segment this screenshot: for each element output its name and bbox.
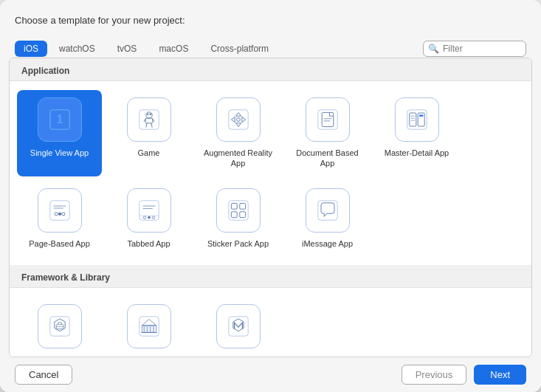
svg-rect-45 (239, 211, 245, 217)
page-based-label: Page-Based App (29, 238, 90, 249)
framework-section-header: Framework & Library (10, 265, 531, 288)
svg-rect-42 (231, 203, 237, 209)
svg-marker-13 (235, 123, 241, 127)
svg-line-6 (145, 123, 146, 128)
imessage-icon (306, 188, 350, 233)
template-cocoa-touch-framework[interactable]: Cocoa Touch Framework (17, 297, 102, 357)
template-augmented-reality-app[interactable]: Augmented Reality App (196, 90, 280, 176)
svg-rect-56 (152, 326, 154, 333)
content-area: Application 1 Single View App (9, 58, 532, 357)
svg-rect-2 (139, 110, 158, 129)
svg-line-7 (151, 123, 152, 128)
master-detail-label: Master-Detail App (385, 148, 449, 158)
dialog-title: Choose a template for your new project: (15, 15, 185, 26)
template-tabbed-app[interactable]: Tabbed App (106, 181, 191, 256)
svg-point-38 (152, 216, 155, 219)
svg-rect-28 (49, 200, 69, 219)
tab-ios[interactable]: iOS (15, 41, 47, 57)
svg-rect-55 (149, 326, 151, 333)
svg-rect-44 (231, 211, 237, 217)
svg-point-37 (148, 216, 151, 219)
sticker-pack-label: Sticker Pack App (207, 238, 269, 249)
svg-rect-43 (239, 203, 245, 209)
svg-point-36 (143, 216, 146, 219)
svg-point-30 (58, 212, 61, 215)
single-view-app-label: Single View App (30, 148, 89, 158)
template-master-detail-app[interactable]: Master-Detail App (374, 90, 459, 176)
application-section-header: Application (10, 58, 531, 81)
svg-rect-59 (228, 317, 247, 336)
svg-rect-22 (409, 113, 416, 126)
game-label: Game (138, 148, 160, 158)
template-metal-library[interactable]: Metal Library (196, 297, 280, 357)
dialog-footer: Cancel Previous Next (0, 357, 541, 392)
cocoa-touch-framework-icon (38, 304, 82, 348)
framework-templates-grid: Cocoa Touch Framework (10, 288, 531, 357)
single-view-app-icon: 1 (38, 97, 82, 142)
next-button[interactable]: Next (474, 365, 526, 385)
svg-rect-53 (143, 326, 145, 333)
dialog-header: Choose a template for your new project: (0, 0, 541, 34)
svg-marker-12 (235, 112, 241, 116)
template-game[interactable]: Game (106, 90, 191, 176)
document-based-label: Document Based App (291, 148, 364, 169)
tabbed-app-label: Tabbed App (127, 238, 170, 249)
svg-rect-18 (322, 112, 334, 126)
tabbed-app-icon (127, 188, 171, 233)
footer-right: Previous Next (402, 365, 526, 385)
cocoa-touch-static-library-icon (127, 304, 171, 348)
tab-macos[interactable]: macOS (148, 40, 199, 58)
template-imessage-app[interactable]: iMessage App (285, 181, 370, 256)
svg-text:1: 1 (56, 113, 63, 125)
svg-marker-57 (142, 319, 156, 325)
imessage-label: iMessage App (302, 238, 353, 249)
svg-marker-15 (241, 117, 245, 122)
tab-watchos[interactable]: watchOS (49, 40, 106, 58)
template-document-based-app[interactable]: Document Based App (285, 90, 370, 176)
application-templates-grid: 1 Single View App (10, 81, 531, 265)
template-cocoa-touch-static-library[interactable]: Cocoa Touch Static Library (106, 297, 191, 357)
tab-tvos[interactable]: tvOS (107, 40, 148, 58)
template-sticker-pack-app[interactable]: Sticker Pack App (196, 181, 280, 256)
svg-point-10 (149, 114, 151, 115)
cancel-button[interactable]: Cancel (15, 365, 72, 385)
svg-point-29 (55, 212, 58, 215)
game-icon (127, 97, 171, 142)
augmented-reality-icon (216, 97, 261, 142)
svg-rect-24 (419, 114, 423, 116)
svg-rect-54 (146, 326, 148, 333)
svg-point-9 (147, 114, 148, 115)
tab-cross-platform[interactable]: Cross-platform (200, 40, 279, 58)
svg-rect-8 (145, 118, 153, 123)
search-icon: 🔍 (428, 44, 439, 54)
page-based-icon (38, 188, 82, 233)
dialog: Choose a template for your new project: … (0, 0, 541, 392)
filter-wrap: 🔍 (423, 41, 526, 57)
document-based-icon (306, 97, 350, 142)
svg-marker-14 (231, 117, 235, 122)
sticker-pack-icon (216, 188, 261, 233)
svg-point-31 (61, 212, 64, 215)
svg-point-3 (145, 112, 151, 118)
svg-rect-47 (49, 317, 69, 336)
augmented-reality-label: Augmented Reality App (201, 148, 275, 169)
previous-button[interactable]: Previous (402, 365, 467, 385)
tab-bar: iOS watchOS tvOS macOS Cross-platform 🔍 (0, 34, 541, 58)
master-detail-icon (395, 97, 439, 142)
metal-library-icon (216, 304, 261, 348)
template-single-view-app[interactable]: 1 Single View App (17, 90, 102, 176)
template-page-based-app[interactable]: Page-Based App (17, 181, 102, 256)
svg-point-16 (236, 118, 240, 122)
